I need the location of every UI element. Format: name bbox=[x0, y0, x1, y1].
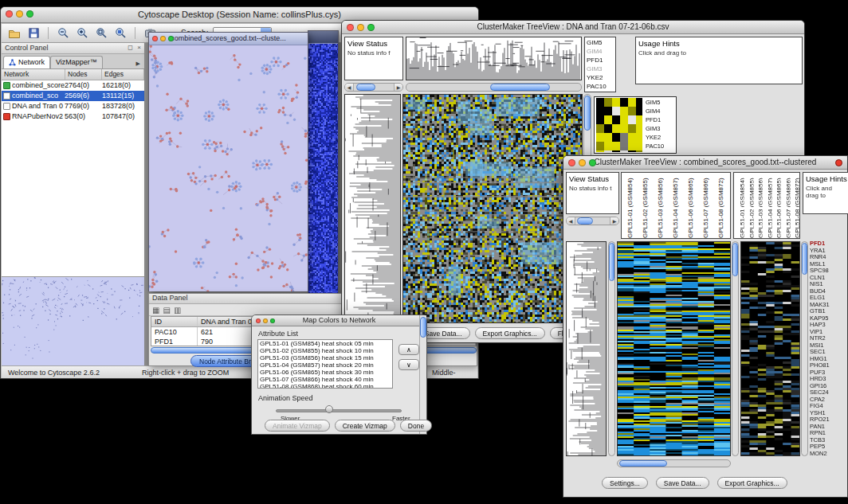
gene-label[interactable]: GIM4 bbox=[646, 107, 664, 115]
column-label[interactable]: GPL51-02 (GSM855) bbox=[638, 173, 653, 238]
vertical-scrollbar[interactable] bbox=[801, 241, 808, 456]
dialog-button[interactable]: Create Vizmap bbox=[335, 420, 395, 432]
slider-thumb[interactable] bbox=[325, 405, 333, 413]
column-label[interactable]: GPL51-01 (GSM854) bbox=[622, 173, 638, 238]
open-session-button[interactable] bbox=[6, 25, 23, 41]
zoom-window-button[interactable] bbox=[270, 318, 275, 323]
column-label[interactable]: GPL51-02 (GSM855) bbox=[744, 173, 754, 238]
zoom-window-button[interactable] bbox=[589, 159, 596, 166]
gene-label[interactable]: GIM3 bbox=[587, 64, 614, 73]
gene-label[interactable]: PAC10 bbox=[587, 82, 614, 91]
column-label[interactable]: GPL51-04 (GSM857) bbox=[763, 173, 772, 238]
column-label[interactable]: GPL51-08 (GSM872) bbox=[790, 173, 799, 238]
gene-label[interactable]: MON2 bbox=[810, 451, 848, 458]
horizontal-scrollbar[interactable] bbox=[406, 83, 582, 92]
treeview-button[interactable]: Export Graphics... bbox=[717, 477, 787, 489]
clustered-network-window[interactable] bbox=[308, 30, 339, 299]
network-view-canvas[interactable] bbox=[149, 45, 308, 291]
column-label[interactable]: GPL51-06 (GSM865) bbox=[771, 173, 781, 238]
scroll-right-icon[interactable]: ▶ bbox=[610, 217, 618, 225]
vertical-scrollbar[interactable] bbox=[732, 241, 739, 456]
column-label[interactable]: GPL51-03 (GSM856) bbox=[753, 173, 763, 238]
column-nodes[interactable]: Nodes bbox=[65, 69, 102, 80]
close-button[interactable] bbox=[568, 159, 575, 166]
network-list-row[interactable]: RNAPuberNov2 563(0) 107847(0) bbox=[2, 111, 144, 122]
dialog-button[interactable]: Animate Vizmap bbox=[265, 420, 330, 432]
close-button[interactable] bbox=[152, 36, 158, 41]
scrollbar-thumb[interactable] bbox=[802, 243, 807, 275]
treeview-button[interactable]: Save Data... bbox=[656, 477, 709, 489]
tab-overflow-arrow[interactable]: ▶ bbox=[132, 61, 144, 68]
zoom-out-button[interactable] bbox=[54, 25, 72, 41]
clustered-network-canvas[interactable] bbox=[308, 44, 338, 299]
scrollbar-thumb[interactable] bbox=[619, 460, 667, 467]
network-overview-canvas[interactable] bbox=[2, 277, 143, 365]
animation-speed-slider[interactable] bbox=[276, 409, 402, 412]
row-dendrogram-canvas[interactable] bbox=[345, 95, 400, 322]
row-dendrogram-canvas[interactable] bbox=[567, 242, 606, 455]
close-button[interactable] bbox=[347, 24, 354, 31]
scrollbar-thumb[interactable] bbox=[356, 84, 375, 91]
attribute-create-icon[interactable]: ▤ bbox=[163, 306, 170, 315]
treeview-combined-titlebar[interactable]: ClusterMaker TreeView : combined_scores_… bbox=[563, 156, 847, 170]
horizontal-scrollbar[interactable]: ◀ ▶ bbox=[566, 217, 619, 225]
save-session-button[interactable] bbox=[25, 25, 42, 41]
attribute-list-item[interactable]: GPL51-04 (GSM857) heat shock 20 min bbox=[260, 361, 392, 369]
gene-label[interactable]: GIM3 bbox=[646, 124, 664, 133]
clustered-network-titlebar[interactable] bbox=[308, 31, 338, 44]
zoom-selected-button[interactable] bbox=[112, 25, 129, 41]
attribute-delete-icon[interactable]: ▥ bbox=[174, 306, 181, 315]
heatmap-canvas[interactable] bbox=[618, 242, 730, 455]
secondary-heatmap-canvas[interactable] bbox=[741, 242, 799, 455]
scrollbar-thumb[interactable] bbox=[732, 243, 738, 276]
gene-label[interactable]: GIM5 bbox=[646, 98, 664, 107]
zoom-window-button[interactable] bbox=[26, 10, 33, 18]
gene-label[interactable]: PFD1 bbox=[587, 56, 614, 64]
attribute-list-item[interactable]: GPL51-06 (GSM865) heat shock 30 min bbox=[260, 369, 392, 376]
scrollbar-thumb[interactable] bbox=[584, 96, 591, 131]
network-overview-panel[interactable] bbox=[2, 276, 144, 365]
move-up-button[interactable]: ∧ bbox=[398, 344, 419, 355]
gene-label[interactable]: GIM5 bbox=[587, 38, 614, 47]
minimize-button[interactable] bbox=[263, 318, 268, 323]
close-button[interactable] bbox=[256, 318, 261, 323]
column-label[interactable]: GPL51-08 (GSM872) bbox=[713, 173, 728, 238]
column-label[interactable]: GPL51-04 (GSM857) bbox=[668, 173, 683, 238]
vertical-scrollbar[interactable] bbox=[419, 315, 426, 434]
minimize-button[interactable] bbox=[16, 10, 23, 18]
scroll-left-icon[interactable]: ◀ bbox=[345, 84, 354, 91]
scrollbar-thumb[interactable] bbox=[420, 317, 426, 338]
close-button[interactable] bbox=[6, 10, 13, 18]
column-label[interactable]: GPL51-06 (GSM865) bbox=[683, 173, 698, 238]
treeview-button[interactable]: Export Graphics... bbox=[475, 327, 545, 339]
tab-network[interactable]: Network bbox=[3, 56, 50, 68]
attribute-list-item[interactable]: GPL51-08 (GSM868) heat shock 60 min bbox=[260, 383, 392, 389]
attribute-list-item[interactable]: GPL51-07 (GSM866) heat shock 40 min bbox=[260, 376, 392, 383]
zoom-in-button[interactable] bbox=[73, 25, 91, 41]
close-panel-icon[interactable]: × bbox=[137, 44, 141, 51]
scrollbar-thumb[interactable] bbox=[490, 84, 550, 91]
treeview-button[interactable]: Settings... bbox=[602, 477, 648, 489]
gene-label[interactable]: PAC10 bbox=[646, 142, 664, 150]
horizontal-scrollbar[interactable] bbox=[617, 459, 731, 467]
column-dendrogram-canvas[interactable] bbox=[406, 37, 581, 80]
gene-label[interactable]: YKE2 bbox=[646, 133, 664, 142]
column-label[interactable]: GPL51-03 (GSM856) bbox=[653, 173, 668, 238]
zoom-window-button[interactable] bbox=[367, 24, 375, 31]
attribute-select-icon[interactable]: ▦ bbox=[152, 306, 159, 315]
column-label[interactable]: GPL51-07 (GSM866) bbox=[698, 173, 713, 238]
dialog-titlebar[interactable]: Map Colors to Network bbox=[252, 315, 426, 326]
horizontal-scrollbar[interactable]: ◀ ▶ bbox=[344, 83, 403, 92]
global-heatmap-canvas[interactable] bbox=[596, 98, 642, 152]
column-network[interactable]: Network bbox=[2, 69, 65, 80]
gene-label[interactable]: GIM4 bbox=[587, 47, 614, 56]
network-list-row[interactable]: combined_sco 2569(6) 13112(15) bbox=[2, 91, 144, 101]
minimize-button[interactable] bbox=[160, 36, 166, 41]
network-list-row[interactable]: DNA and Tran 0 7769(0) 183728(0) bbox=[2, 101, 144, 111]
zoom-window-button[interactable] bbox=[168, 36, 174, 41]
network-list-row[interactable]: combined_scores 2764(0) 16218(0) bbox=[2, 80, 144, 91]
tab-vizmapper[interactable]: VizMapper™ bbox=[50, 56, 103, 68]
gene-label[interactable]: YKE2 bbox=[587, 73, 614, 82]
attribute-list-item[interactable]: GPL51-03 (GSM856) heat shock 15 min bbox=[260, 354, 392, 361]
move-down-button[interactable]: ∨ bbox=[398, 359, 419, 370]
